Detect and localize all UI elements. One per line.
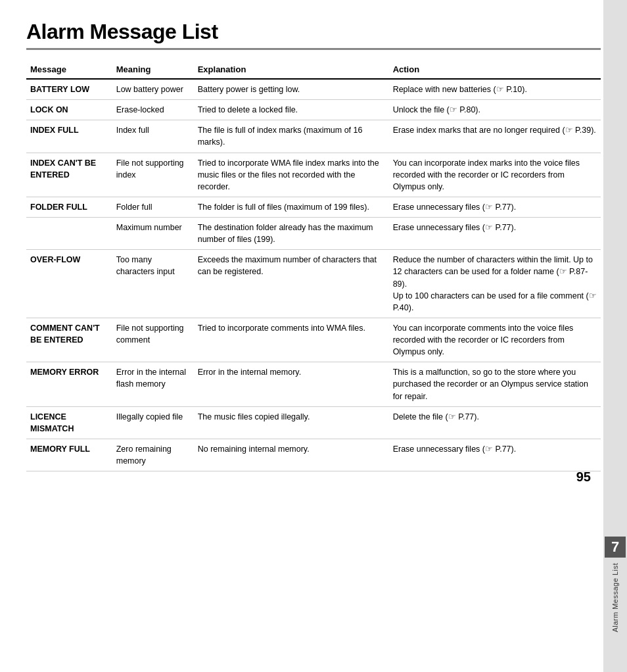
cell-message: MEMORY FULL (26, 439, 112, 471)
table-row: INDEX CAN'T BE ENTEREDFile not supportin… (26, 153, 601, 197)
cell-meaning: File not supporting comment (112, 318, 194, 362)
table-row: COMMENT CAN'T BE ENTEREDFile not support… (26, 318, 601, 362)
cell-meaning: Error in the internal flash memory (112, 362, 194, 406)
table-row: OVER-FLOWToo many characters inputExceed… (26, 250, 601, 318)
cell-explanation: Error in the internal memory. (194, 362, 389, 406)
cell-action: Replace with new batteries (☞ P.10). (389, 79, 601, 100)
sidebar: 7 Alarm Message List (603, 0, 627, 672)
cell-message: OVER-FLOW (26, 250, 112, 318)
cell-meaning: Illegally copied file (112, 406, 194, 439)
cell-explanation: Exceeds the maximum number of characters… (194, 250, 389, 318)
cell-meaning: Too many characters input (112, 250, 194, 318)
cell-action: Erase unnecessary files (☞ P.77). (389, 197, 601, 217)
cell-action: Unlock the file (☞ P.80). (389, 100, 601, 120)
cell-explanation: No remaining internal memory. (194, 439, 389, 471)
cell-meaning: Index full (112, 120, 194, 153)
cell-explanation: The music files copied illegally. (194, 406, 389, 439)
cell-message: INDEX FULL (26, 120, 112, 153)
cell-message (26, 218, 112, 250)
table-row: MEMORY FULLZero remaining memoryNo remai… (26, 439, 601, 471)
cell-meaning: Zero remaining memory (112, 439, 194, 471)
cell-explanation: Tried to incorporate WMA file index mark… (194, 153, 389, 197)
cell-action: You can incorporate index marks into the… (389, 153, 601, 197)
cell-meaning: Low battery power (112, 79, 194, 100)
table-row: LICENCE MISMATCHIllegally copied fileThe… (26, 406, 601, 439)
cell-message: LICENCE MISMATCH (26, 406, 112, 439)
cell-meaning: Maximum number (112, 218, 194, 250)
table-row: Maximum numberThe destination folder alr… (26, 218, 601, 250)
table-row: INDEX FULLIndex fullThe file is full of … (26, 120, 601, 153)
cell-action: Reduce the number of characters within t… (389, 250, 601, 318)
cell-action: Delete the file (☞ P.77). (389, 406, 601, 439)
cell-action: You can incorporate comments into the vo… (389, 318, 601, 362)
table-row: BATTERY LOWLow battery powerBattery powe… (26, 79, 601, 100)
col-header-meaning: Meaning (112, 62, 194, 79)
table-row: FOLDER FULLFolder fullThe folder is full… (26, 197, 601, 217)
cell-message: FOLDER FULL (26, 197, 112, 217)
cell-meaning: File not supporting index (112, 153, 194, 197)
cell-message: INDEX CAN'T BE ENTERED (26, 153, 112, 197)
cell-action: This is a malfunction, so go to the stor… (389, 362, 601, 406)
cell-action: Erase unnecessary files (☞ P.77). (389, 439, 601, 471)
cell-meaning: Erase-locked (112, 100, 194, 120)
cell-explanation: The folder is full of files (maximum of … (194, 197, 389, 217)
cell-message: LOCK ON (26, 100, 112, 120)
table-row: MEMORY ERRORError in the internal flash … (26, 362, 601, 406)
table-row: LOCK ONErase-lockedTried to delete a loc… (26, 100, 601, 120)
sidebar-chapter-label: Alarm Message List (611, 563, 619, 633)
page-number: 95 (576, 469, 591, 485)
cell-meaning: Folder full (112, 197, 194, 217)
cell-action: Erase index marks that are no longer req… (389, 120, 601, 153)
alarm-message-table: Message Meaning Explanation Action BATTE… (26, 62, 601, 471)
cell-message: COMMENT CAN'T BE ENTERED (26, 318, 112, 362)
page-title: Alarm Message List (26, 20, 601, 44)
cell-message: MEMORY ERROR (26, 362, 112, 406)
col-header-action: Action (389, 62, 601, 79)
sidebar-chapter-number: 7 (605, 537, 626, 558)
cell-explanation: The file is full of index marks (maximum… (194, 120, 389, 153)
cell-action: Erase unnecessary files (☞ P.77). (389, 218, 601, 250)
cell-explanation: Battery power is getting low. (194, 79, 389, 100)
cell-explanation: Tried to incorporate comments into WMA f… (194, 318, 389, 362)
title-divider (26, 48, 601, 50)
page-container: Alarm Message List Message Meaning Expla… (0, 0, 627, 498)
col-header-message: Message (26, 62, 112, 79)
cell-explanation: The destination folder already has the m… (194, 218, 389, 250)
cell-message: BATTERY LOW (26, 79, 112, 100)
col-header-explanation: Explanation (194, 62, 389, 79)
cell-explanation: Tried to delete a locked file. (194, 100, 389, 120)
